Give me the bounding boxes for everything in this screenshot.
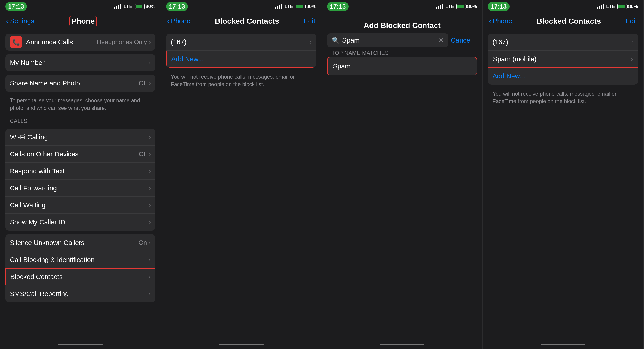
match-spam-label: Spam bbox=[333, 62, 350, 70]
lte-label-3: LTE bbox=[445, 4, 454, 10]
battery-1: 80% bbox=[135, 4, 155, 10]
blocked-list-2: (167) › Spam (mobile) › Add New... bbox=[488, 34, 638, 84]
back-chevron-icon-1: ‹ bbox=[6, 17, 9, 25]
row-wifi-calling[interactable]: Wi-Fi Calling › bbox=[5, 129, 155, 146]
announce-icon: 📞 bbox=[10, 36, 22, 48]
nav-back-label-1[interactable]: Settings bbox=[10, 17, 34, 25]
nav-back-label-4[interactable]: Phone bbox=[493, 17, 512, 25]
search-bar[interactable]: 🔍 Spam ✕ bbox=[327, 33, 448, 47]
nav-back-label-2[interactable]: Phone bbox=[171, 17, 190, 25]
nav-back-2[interactable]: ‹ Phone bbox=[167, 17, 190, 25]
section-share-name: Share Name and Photo Off › bbox=[5, 75, 155, 92]
row-sms-reporting[interactable]: SMS/Call Reporting › bbox=[5, 285, 155, 302]
nav-title-4: Blocked Contacts bbox=[536, 17, 601, 26]
status-bar-2: 17:13 LTE 80% bbox=[161, 0, 322, 12]
chevron-wifi: › bbox=[149, 134, 151, 141]
respond-text-label: Respond with Text bbox=[10, 167, 65, 175]
search-input-text[interactable]: Spam bbox=[342, 36, 436, 44]
row-announce-calls[interactable]: 📞 Announce Calls Headphones Only › bbox=[5, 34, 155, 50]
share-name-value: Off bbox=[139, 80, 147, 87]
nav-title-1: Phone bbox=[69, 16, 97, 26]
battery-icon-1 bbox=[135, 4, 144, 9]
row-share-name[interactable]: Share Name and Photo Off › bbox=[5, 75, 155, 92]
add-new-label-2: Add New... bbox=[492, 72, 525, 80]
blocked-167-label: (167) bbox=[171, 38, 186, 46]
row-call-blocking[interactable]: Call Blocking & Identification › bbox=[5, 251, 155, 268]
row-call-waiting[interactable]: Call Waiting › bbox=[5, 197, 155, 214]
row-show-caller-id[interactable]: Show My Caller ID › bbox=[5, 214, 155, 231]
blocked-item-spam[interactable]: Spam (mobile) › bbox=[488, 50, 638, 68]
row-respond-text[interactable]: Respond with Text › bbox=[5, 163, 155, 180]
announce-value: Headphones Only bbox=[97, 38, 147, 46]
status-time-2: 17:13 bbox=[166, 2, 188, 11]
battery-pct-2: 80% bbox=[306, 4, 316, 10]
nav-bar-2: ‹ Phone Blocked Contacts Edit bbox=[161, 12, 322, 30]
chevron-waiting: › bbox=[149, 202, 151, 209]
my-number-label: My Number bbox=[10, 59, 44, 66]
signal-icon-2 bbox=[275, 4, 282, 9]
blocked-item-167[interactable]: (167) › bbox=[166, 34, 316, 50]
status-bar-4: 17:13 LTE 80% bbox=[483, 0, 643, 12]
chevron-caller-id: › bbox=[149, 218, 151, 226]
chevron-respond: › bbox=[149, 168, 151, 175]
panel-phone-settings: 17:13 LTE 80% ‹ Settings Phone bbox=[0, 0, 161, 349]
section-my-number: My Number › bbox=[5, 54, 155, 71]
nav-edit-4[interactable]: Edit bbox=[626, 17, 637, 25]
status-right-4: LTE 80% bbox=[596, 4, 638, 10]
chevron-share-name: › bbox=[149, 80, 151, 87]
chevron-calls-other: › bbox=[149, 150, 151, 158]
battery-icon-4 bbox=[617, 4, 627, 9]
add-new-button-2[interactable]: Add New... bbox=[488, 68, 638, 84]
silence-label: Silence Unknown Callers bbox=[10, 239, 84, 246]
call-waiting-label: Call Waiting bbox=[10, 201, 46, 209]
calls-other-label: Calls on Other Devices bbox=[10, 150, 78, 158]
blocked-167-label-2: (167) bbox=[492, 38, 508, 46]
share-name-label: Share Name and Photo bbox=[10, 80, 80, 87]
add-new-button-1[interactable]: Add New... bbox=[166, 50, 316, 68]
row-silence-unknown[interactable]: Silence Unknown Callers On › bbox=[5, 234, 155, 251]
status-time-4: 17:13 bbox=[488, 2, 510, 11]
call-forwarding-label: Call Forwarding bbox=[10, 184, 57, 192]
blocked-desc-1: You will not receive phone calls, messag… bbox=[161, 71, 322, 92]
home-indicator-4 bbox=[483, 340, 643, 349]
content-2: (167) › Add New... You will not receive … bbox=[161, 30, 322, 340]
status-right-3: LTE 80% bbox=[436, 4, 477, 10]
nav-title-2: Blocked Contacts bbox=[215, 17, 279, 26]
home-indicator-1 bbox=[0, 340, 161, 349]
status-right-2: LTE 80% bbox=[275, 4, 316, 10]
row-my-number[interactable]: My Number › bbox=[5, 54, 155, 71]
chevron-silence: › bbox=[149, 239, 151, 246]
signal-icon-3 bbox=[436, 4, 443, 9]
content-1: 📞 Announce Calls Headphones Only › My Nu… bbox=[0, 30, 161, 340]
status-bar-1: 17:13 LTE 80% bbox=[0, 0, 161, 12]
panel-add-blocked: 17:13 LTE 80% Add Blocked Contact 🔍 Spam… bbox=[322, 0, 483, 349]
nav-back-4[interactable]: ‹ Phone bbox=[489, 17, 512, 25]
nav-bar-4: ‹ Phone Blocked Contacts Edit bbox=[483, 12, 643, 30]
signal-icon bbox=[114, 4, 121, 9]
chevron-my-number: › bbox=[149, 59, 151, 66]
section-calls: Wi-Fi Calling › Calls on Other Devices O… bbox=[5, 129, 155, 231]
content-4: (167) › Spam (mobile) › Add New... You w… bbox=[483, 30, 643, 340]
battery-icon-3 bbox=[456, 4, 466, 9]
cancel-button[interactable]: Cancel bbox=[451, 36, 472, 44]
row-call-forwarding[interactable]: Call Forwarding › bbox=[5, 180, 155, 197]
chevron-forwarding: › bbox=[149, 184, 151, 192]
battery-icon-2 bbox=[296, 4, 306, 9]
modal-title: Add Blocked Contact bbox=[322, 16, 482, 30]
row-blocked-contacts[interactable]: Blocked Contacts › bbox=[5, 268, 155, 285]
panel-blocked-1: 17:13 LTE 80% ‹ Phone Blocked Contacts E… bbox=[161, 0, 322, 349]
calls-other-value: Off bbox=[139, 150, 147, 158]
blocked-item-167-2[interactable]: (167) › bbox=[488, 34, 638, 50]
match-spam[interactable]: Spam bbox=[327, 57, 477, 76]
chevron-announce: › bbox=[149, 38, 151, 46]
home-indicator-3 bbox=[322, 340, 482, 349]
battery-3: 80% bbox=[456, 4, 477, 10]
chevron-blocking: › bbox=[149, 256, 151, 263]
silence-value: On bbox=[138, 239, 147, 246]
nav-edit-2[interactable]: Edit bbox=[304, 17, 315, 25]
clear-icon[interactable]: ✕ bbox=[438, 37, 444, 44]
nav-back-1[interactable]: ‹ Settings bbox=[6, 17, 34, 25]
row-calls-other-devices[interactable]: Calls on Other Devices Off › bbox=[5, 146, 155, 163]
add-new-label-1: Add New... bbox=[171, 55, 204, 63]
calls-section-header: CALLS bbox=[0, 115, 161, 125]
